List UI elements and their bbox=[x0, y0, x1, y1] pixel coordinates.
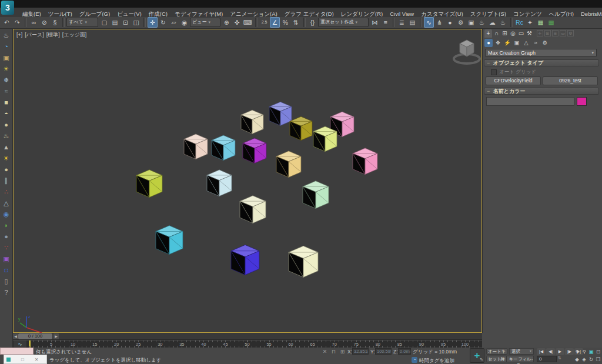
key-toggle-icon[interactable]: ◆ bbox=[574, 356, 580, 363]
wind-icon[interactable]: ≈ bbox=[1, 86, 12, 96]
select-and-manipulate-button[interactable]: ✜ bbox=[232, 17, 242, 28]
snaps-toggle-button[interactable]: 2.5 bbox=[259, 17, 269, 28]
tab-display[interactable]: ▭ bbox=[517, 29, 525, 38]
scene-cube[interactable] bbox=[184, 134, 208, 159]
scene-cube[interactable] bbox=[289, 246, 318, 277]
select-and-rotate-button[interactable]: ↻ bbox=[158, 17, 168, 28]
z-coordinate-field[interactable]: 0.0mm bbox=[398, 348, 411, 355]
melon-icon[interactable]: ◗ bbox=[1, 220, 12, 231]
time-slider-handle[interactable]: 0 / 100 bbox=[18, 333, 52, 339]
select-and-move-button[interactable]: ✛ bbox=[148, 17, 158, 28]
next-frame-button[interactable]: |▶ bbox=[565, 348, 574, 355]
subtab-cameras[interactable]: ▣ bbox=[513, 39, 521, 47]
image-icon[interactable]: ▣ bbox=[1, 52, 12, 63]
daylight-icon[interactable]: ☀ bbox=[1, 64, 12, 74]
sphere-icon[interactable]: ● bbox=[1, 119, 12, 130]
arc-rotate-icon[interactable]: ◔ bbox=[1, 41, 12, 52]
mini-window-maximize-icon[interactable]: □ bbox=[21, 357, 24, 362]
pan-icon[interactable]: ◈ bbox=[581, 356, 587, 363]
mini-icon-4[interactable]: ▭ bbox=[560, 30, 566, 36]
maximize-viewport-icon[interactable]: ❒ bbox=[595, 356, 601, 363]
select-and-scale-button[interactable]: ▱ bbox=[169, 17, 179, 28]
tab-utilities[interactable]: ⚒ bbox=[526, 29, 533, 38]
mountain-icon[interactable]: ▲ bbox=[1, 142, 12, 152]
teapot2-icon[interactable]: ♨ bbox=[1, 131, 12, 141]
add-time-tag[interactable]: 時間タグを追加 bbox=[419, 358, 454, 364]
render-connection-button[interactable]: Rc bbox=[514, 17, 524, 28]
select-and-place-button[interactable]: ◉ bbox=[179, 17, 189, 28]
mirror-button[interactable]: ⋈ bbox=[370, 17, 380, 28]
mini-window-close-icon[interactable]: ✕ bbox=[35, 357, 39, 362]
sphere-red-icon[interactable]: ◘ bbox=[1, 265, 12, 275]
schematic-view-button[interactable]: ⋔ bbox=[434, 17, 444, 28]
mini-curve-editor-icon[interactable]: ∿ bbox=[14, 340, 26, 348]
box-icon[interactable]: ■ bbox=[1, 97, 12, 108]
mini-icon-3[interactable]: ≣ bbox=[552, 30, 558, 36]
isolate-selection-icon[interactable]: ✕ bbox=[321, 348, 329, 355]
molecule-icon[interactable]: ∴ bbox=[1, 186, 12, 197]
reference-coordinate-dropdown[interactable]: ビュー▾ bbox=[190, 18, 220, 27]
scene-cube[interactable] bbox=[207, 170, 232, 196]
material-editor-button[interactable]: ● bbox=[445, 17, 455, 28]
mini-icon-1[interactable]: ✛ bbox=[537, 30, 543, 36]
time-slider-prev-button[interactable]: ◀ bbox=[13, 333, 18, 339]
plus-tool-button[interactable]: + ✎ bbox=[470, 348, 484, 363]
plugin-tool-button[interactable]: ✦ bbox=[525, 17, 535, 28]
edit-named-sets-button[interactable]: {} bbox=[307, 17, 317, 28]
horizontal-move-icon[interactable]: ↔ bbox=[527, 356, 535, 363]
auto-key-button[interactable]: オートキー bbox=[486, 348, 507, 355]
selection-filter-dropdown[interactable]: すべて▾ bbox=[66, 18, 98, 27]
scene-cube[interactable] bbox=[353, 148, 377, 175]
align-button[interactable]: ≡ bbox=[380, 17, 390, 28]
time-slider[interactable]: ◀ 0 / 100 ▶ bbox=[13, 333, 482, 340]
key-filter-selection-dropdown[interactable]: 選択 ▾ bbox=[509, 348, 534, 355]
scene-cube[interactable] bbox=[276, 151, 301, 178]
zoom-region-icon[interactable]: ⊡ bbox=[595, 348, 601, 355]
scene-cube[interactable] bbox=[243, 138, 266, 163]
snow-icon[interactable]: ❄ bbox=[1, 75, 12, 85]
perspective-viewport[interactable]: [+][パース][標準][エッジ面] x y z bbox=[13, 29, 482, 333]
zoom-all-icon[interactable]: ⚲ bbox=[581, 348, 587, 355]
scene-cube[interactable] bbox=[212, 135, 235, 161]
scene-cube[interactable] bbox=[156, 226, 183, 255]
undo-button[interactable]: ↶ bbox=[2, 17, 12, 28]
render-production-button[interactable]: ♨ bbox=[477, 17, 487, 28]
pyramid-orbit-icon[interactable]: △ bbox=[1, 198, 12, 208]
window-crossing-button[interactable]: ◫ bbox=[131, 17, 141, 28]
y-coordinate-field[interactable]: 100.599mm bbox=[375, 348, 392, 355]
percent-snap-button[interactable]: % bbox=[280, 17, 290, 28]
scene-cube[interactable] bbox=[313, 126, 337, 152]
absolute-offset-toggle-icon[interactable]: ⊞ bbox=[339, 348, 346, 355]
keyboard-override-button[interactable]: ⌨ bbox=[243, 17, 253, 28]
tab-create[interactable]: + bbox=[484, 29, 492, 38]
current-frame-marker[interactable] bbox=[29, 340, 31, 348]
rollout-object-type[interactable]: − オブジェクト タイプ bbox=[484, 59, 599, 66]
use-pivot-center-button[interactable]: ⊕ bbox=[222, 17, 232, 28]
select-and-link-button[interactable]: ∞ bbox=[29, 17, 39, 28]
render-setup-button[interactable]: ⚙ bbox=[456, 17, 466, 28]
layer-explorer-button[interactable]: ≣ bbox=[397, 17, 407, 28]
sun-icon[interactable]: ☀ bbox=[1, 153, 12, 163]
render-flyout-button[interactable]: ♨ bbox=[498, 17, 508, 28]
track-bar[interactable]: ∿ 51015202530354045505560657075808590951… bbox=[13, 340, 482, 348]
scene-cube[interactable] bbox=[290, 116, 312, 140]
autogrid-checkbox[interactable] bbox=[491, 69, 497, 75]
tab-modify[interactable]: ∩ bbox=[493, 29, 500, 38]
rendered-frame-button[interactable]: ▣ bbox=[466, 17, 476, 28]
plugin-window-button-2[interactable]: ▦ bbox=[546, 17, 556, 28]
play-button[interactable]: ▶ bbox=[556, 348, 564, 355]
object-type-button-CFDVelocityField[interactable]: CFDVelocityField bbox=[486, 76, 541, 85]
dome-icon[interactable]: ◓ bbox=[1, 108, 12, 119]
viewcube[interactable] bbox=[452, 33, 487, 68]
teapot-icon[interactable]: ♨ bbox=[1, 30, 12, 41]
tab-motion[interactable]: ◎ bbox=[509, 29, 517, 38]
unlink-selection-button[interactable]: ⊘ bbox=[39, 17, 49, 28]
particles-icon[interactable]: ∵ bbox=[1, 242, 12, 253]
curve-editor-button[interactable]: ∿ bbox=[424, 17, 434, 28]
mini-listener-window[interactable]: □ ✕ bbox=[4, 355, 47, 364]
subtab-space-warps[interactable]: ≈ bbox=[531, 39, 540, 47]
help-icon[interactable]: ? bbox=[1, 287, 12, 298]
subtab-helpers[interactable]: △ bbox=[522, 39, 530, 47]
purple-app-icon[interactable]: ▣ bbox=[1, 253, 12, 264]
track-bar-ruler[interactable]: 5101520253035404550556065707580859095100 bbox=[27, 340, 482, 348]
